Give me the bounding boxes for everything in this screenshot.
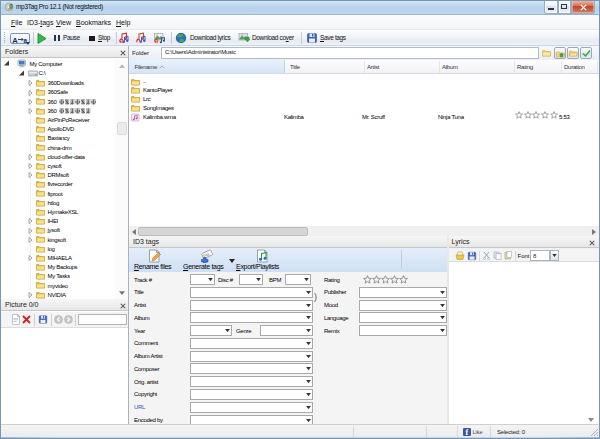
- svg-text:A: A: [137, 39, 140, 44]
- svg-text:A: A: [12, 35, 18, 44]
